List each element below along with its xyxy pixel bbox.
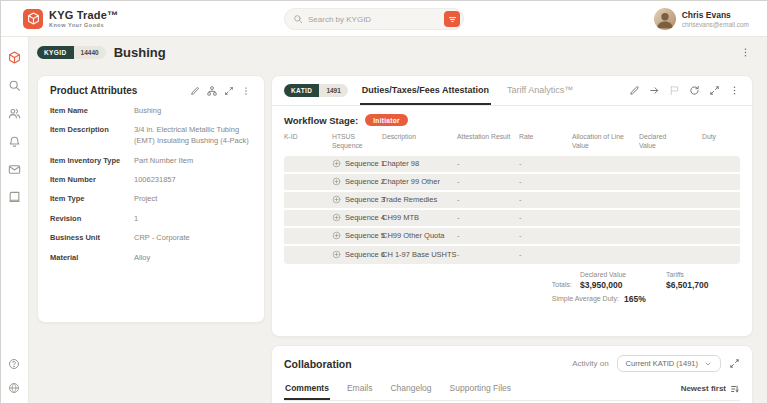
edit-button[interactable]: [629, 85, 640, 96]
search-icon: [293, 14, 303, 24]
table-row[interactable]: Sequence 6 CH 1-97 Base USHTS - -: [284, 246, 740, 264]
brand-title: KYG Trade™: [49, 9, 118, 21]
attestation-result-cell: -: [457, 250, 519, 259]
sidebar-item-contacts[interactable]: [8, 106, 21, 119]
activity-on-label: Activity on: [572, 359, 608, 368]
tab-comments[interactable]: Comments: [284, 380, 330, 400]
collaboration-title: Collaboration: [284, 358, 352, 370]
global-search[interactable]: [284, 8, 464, 30]
refresh-button[interactable]: [689, 85, 700, 96]
sidebar-item-library[interactable]: [8, 190, 21, 203]
collapse-icon: [729, 358, 740, 369]
katid-label: KATID: [284, 84, 319, 97]
flag-button[interactable]: [669, 85, 680, 96]
column-header: Attestation Result: [457, 133, 519, 142]
add-circle-icon[interactable]: [332, 213, 341, 222]
attribute-value: 1: [134, 214, 252, 225]
tab-emails[interactable]: Emails: [346, 380, 374, 400]
activity-select[interactable]: Current KATID (1491): [617, 355, 721, 372]
attribute-value: Part Number Item: [134, 156, 252, 167]
add-circle-icon[interactable]: [332, 231, 341, 240]
attribute-list: Item NameBushing Item Description3/4 in.…: [50, 106, 252, 263]
attribute-label: Business Unit: [50, 233, 134, 243]
simple-average-duty-label: Simple Average Duty:: [552, 295, 619, 302]
kebab-icon: [241, 86, 251, 96]
book-icon: [8, 191, 21, 204]
collaboration-tabs: Comments Emails Changelog Supporting Fil…: [284, 380, 740, 401]
product-attributes-kebab-menu[interactable]: [241, 85, 252, 96]
rate-cell: -: [519, 250, 572, 259]
rate-cell: -: [519, 231, 572, 240]
rate-cell: -: [519, 177, 572, 186]
main-content: KYGID 14440 Bushing Product Attributes: [29, 37, 767, 403]
sequence-label: Sequence 6: [345, 250, 385, 259]
user-avatar[interactable]: [654, 8, 676, 30]
search-input[interactable]: [308, 15, 439, 24]
attestation-kebab-menu[interactable]: [729, 85, 740, 96]
add-circle-icon[interactable]: [332, 177, 341, 186]
column-header: Allocation of Line Value: [572, 133, 639, 151]
katid-value: 1491: [319, 84, 347, 97]
table-row[interactable]: Sequence 1 Chapter 98 - -: [284, 156, 740, 174]
edit-button[interactable]: [190, 86, 200, 96]
sort-order-button[interactable]: Newest first: [681, 384, 740, 397]
rate-cell: -: [519, 159, 572, 168]
collapse-panel-button[interactable]: [729, 358, 740, 369]
sidebar-item-products[interactable]: [8, 50, 21, 63]
attribute-row: Item Number1006231857: [50, 175, 252, 186]
sidebar-item-notifications[interactable]: [8, 134, 21, 147]
attestation-result-cell: -: [457, 231, 519, 240]
chevron-down-icon: [704, 360, 712, 368]
collapse-icon: [709, 85, 720, 96]
attestation-result-cell: -: [457, 213, 519, 222]
hierarchy-button[interactable]: [207, 86, 217, 96]
search-filter-button[interactable]: [444, 11, 460, 27]
kebab-icon: [729, 85, 740, 96]
kebab-icon: [740, 47, 751, 58]
filter-icon: [448, 15, 457, 24]
forward-button[interactable]: [649, 85, 660, 96]
product-attributes-title: Product Attributes: [50, 85, 137, 96]
tab-supporting-files[interactable]: Supporting Files: [449, 380, 512, 400]
sequence-label: Sequence 1: [345, 159, 385, 168]
brand-logo[interactable]: KYG Trade™ Know Your Goods: [23, 9, 118, 29]
add-circle-icon[interactable]: [332, 195, 341, 204]
attribute-value: 1006231857: [134, 175, 252, 186]
add-circle-icon[interactable]: [332, 159, 341, 168]
kygid-badge: KYGID 14440: [37, 46, 106, 59]
attribute-value: Bushing: [134, 106, 252, 117]
sidebar-item-language[interactable]: [8, 380, 21, 393]
sidebar-item-search[interactable]: [8, 78, 21, 91]
sidebar-item-messages[interactable]: [8, 162, 21, 175]
declared-value-total: $3,950,000: [580, 280, 666, 290]
table-row[interactable]: Sequence 2 Chapter 99 Other - -: [284, 174, 740, 192]
tab-changelog[interactable]: Changelog: [389, 380, 432, 400]
sequence-label: Sequence 3: [345, 195, 385, 204]
description-cell: Chapter 99 Other: [382, 177, 457, 186]
collapse-panel-button[interactable]: [709, 85, 720, 96]
attribute-value: CRP - Corporate: [134, 233, 252, 244]
table-row[interactable]: Sequence 3 Trade Remedies - -: [284, 192, 740, 210]
tab-duties-taxes-fees[interactable]: Duties/Taxes/Fees Attestation: [360, 76, 491, 105]
app-window: KYG Trade™ Know Your Goods Chris Evans c…: [0, 0, 768, 404]
sidebar-item-help[interactable]: [8, 356, 21, 369]
rate-cell: -: [519, 213, 572, 222]
column-header: HTSUS Sequence: [332, 133, 382, 151]
hierarchy-icon: [207, 86, 217, 96]
collaboration-panel: Collaboration Activity on Current KATID …: [271, 345, 753, 404]
tab-tariff-analytics[interactable]: Tariff Analytics™: [505, 76, 575, 105]
table-row[interactable]: Sequence 4 CH99 MTB - -: [284, 210, 740, 228]
user-menu[interactable]: Chris Evans chrisevans@email.com: [654, 8, 749, 30]
user-email: chrisevans@email.com: [682, 21, 749, 28]
attribute-label: Revision: [50, 214, 134, 224]
collapse-panel-button[interactable]: [224, 86, 234, 96]
attribute-label: Item Type: [50, 194, 134, 204]
description-cell: CH99 Other Quota: [382, 231, 457, 240]
page-kebab-menu[interactable]: [740, 47, 751, 58]
pencil-icon: [190, 86, 200, 96]
table-row[interactable]: Sequence 5 CH99 Other Quota - -: [284, 228, 740, 246]
attestation-tabs: Duties/Taxes/Fees Attestation Tariff Ana…: [360, 76, 589, 105]
pencil-icon: [629, 85, 640, 96]
add-circle-icon[interactable]: [332, 250, 341, 259]
bell-icon: [8, 135, 21, 148]
